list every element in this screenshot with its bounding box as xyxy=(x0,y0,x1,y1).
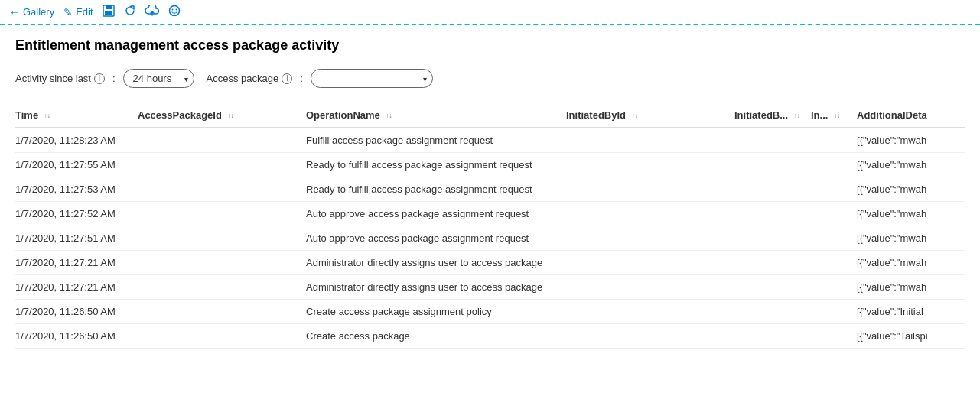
cloud-upload-button[interactable] xyxy=(145,5,159,19)
access-package-label: Access package i xyxy=(207,73,293,84)
cell-initiated_by_id xyxy=(566,275,734,300)
table-row[interactable]: 1/7/2020, 11:26:50 AMCreate access packa… xyxy=(15,324,965,349)
time-sort-icon: ↑↓ xyxy=(44,113,50,119)
cell-access_package_id xyxy=(138,202,306,226)
table-header-row: Time ↑↓ AccessPackageId ↑↓ OperationName… xyxy=(15,103,965,128)
col-header-initiated-b[interactable]: InitiatedB... ↑↓ xyxy=(734,103,811,128)
activity-since-select[interactable]: 24 hours 48 hours 7 days 30 days xyxy=(123,69,194,88)
col-header-additional-detail[interactable]: AdditionalDeta xyxy=(857,103,965,128)
emoji-button[interactable] xyxy=(168,5,181,19)
access-package-select-wrapper: ▾ xyxy=(311,69,433,88)
table-row[interactable]: 1/7/2020, 11:26:50 AMCreate access packa… xyxy=(15,300,965,324)
cell-initiated_by_id xyxy=(566,226,734,251)
cell-time: 1/7/2020, 11:26:50 AM xyxy=(15,300,138,324)
op-name-sort-icon: ↑↓ xyxy=(386,113,392,119)
cell-access_package_id xyxy=(138,226,306,251)
cell-in xyxy=(811,153,857,177)
cell-access_package_id xyxy=(138,324,306,349)
cell-access_package_id xyxy=(138,251,306,275)
cell-additional_detail: [{"value":"mwah xyxy=(857,226,965,251)
edit-button[interactable]: ✎ Edit xyxy=(63,6,93,18)
cell-additional_detail: [{"value":"mwah xyxy=(857,275,965,300)
col-header-initiated-by-id[interactable]: InitiatedById ↑↓ xyxy=(566,103,734,128)
cell-operation_name: Administrator directly assigns user to a… xyxy=(306,275,566,300)
cell-initiated_b xyxy=(734,251,811,275)
cell-in xyxy=(811,300,857,324)
page-title: Entitlement management access package ac… xyxy=(15,37,965,54)
cell-initiated_b xyxy=(734,128,811,153)
pkg-id-sort-icon: ↑↓ xyxy=(227,113,233,119)
svg-point-3 xyxy=(169,6,179,16)
toolbar: ← Gallery ✎ Edit xyxy=(0,0,980,25)
cell-additional_detail: [{"value":"mwah xyxy=(857,177,965,202)
cell-time: 1/7/2020, 11:27:52 AM xyxy=(15,202,138,226)
cell-time: 1/7/2020, 11:26:50 AM xyxy=(15,324,138,349)
access-package-select[interactable] xyxy=(311,69,433,88)
edit-label: Edit xyxy=(76,6,93,18)
access-package-filter: Access package i : ▾ xyxy=(207,69,433,88)
cell-access_package_id xyxy=(138,300,306,324)
cell-in xyxy=(811,324,857,349)
cell-in xyxy=(811,251,857,275)
col-header-in[interactable]: In... ↑↓ xyxy=(811,103,857,128)
cell-access_package_id xyxy=(138,177,306,202)
gallery-back-button[interactable]: ← Gallery xyxy=(9,6,54,18)
filters-row: Activity since last i : 24 hours 48 hour… xyxy=(15,69,965,88)
cell-initiated_by_id xyxy=(566,251,734,275)
cell-access_package_id xyxy=(138,275,306,300)
cell-operation_name: Fulfill access package assignment reques… xyxy=(306,128,566,153)
cell-additional_detail: [{"value":"mwah xyxy=(857,153,965,177)
col-header-time[interactable]: Time ↑↓ xyxy=(15,103,138,128)
refresh-button[interactable] xyxy=(124,5,136,19)
page-content: Entitlement management access package ac… xyxy=(0,25,980,361)
activity-since-label: Activity since last i xyxy=(15,73,105,84)
cell-initiated_by_id xyxy=(566,324,734,349)
activity-since-info-icon[interactable]: i xyxy=(94,73,105,84)
cell-additional_detail: [{"value":"Initial xyxy=(857,300,965,324)
cell-operation_name: Ready to fulfill access package assignme… xyxy=(306,153,566,177)
cell-operation_name: Administrator directly assigns user to a… xyxy=(306,251,566,275)
cloud-icon xyxy=(145,5,159,19)
table-row[interactable]: 1/7/2020, 11:27:21 AMAdministrator direc… xyxy=(15,251,965,275)
cell-in xyxy=(811,275,857,300)
cell-operation_name: Auto approve access package assignment r… xyxy=(306,202,566,226)
cell-additional_detail: [{"value":"mwah xyxy=(857,251,965,275)
cell-initiated_b xyxy=(734,275,811,300)
cell-additional_detail: [{"value":"mwah xyxy=(857,202,965,226)
save-button[interactable] xyxy=(103,5,115,19)
init-b-sort-icon: ↑↓ xyxy=(794,113,800,119)
activity-since-filter: Activity since last i : 24 hours 48 hour… xyxy=(15,69,194,88)
cell-time: 1/7/2020, 11:27:51 AM xyxy=(15,226,138,251)
access-package-info-icon[interactable]: i xyxy=(282,73,292,84)
table-row[interactable]: 1/7/2020, 11:27:53 AMReady to fulfill ac… xyxy=(15,177,965,202)
table-row[interactable]: 1/7/2020, 11:27:21 AMAdministrator direc… xyxy=(15,275,965,300)
cell-initiated_by_id xyxy=(566,128,734,153)
cell-in xyxy=(811,128,857,153)
gallery-label: Gallery xyxy=(23,6,54,18)
back-arrow-icon: ← xyxy=(9,6,20,18)
smiley-icon xyxy=(168,5,181,19)
cell-in xyxy=(811,177,857,202)
col-header-access-package-id[interactable]: AccessPackageId ↑↓ xyxy=(138,103,306,128)
cell-operation_name: Create access package assignment policy xyxy=(306,300,566,324)
table-row[interactable]: 1/7/2020, 11:27:51 AMAuto approve access… xyxy=(15,226,965,251)
col-header-operation-name[interactable]: OperationName ↑↓ xyxy=(306,103,566,128)
table-row[interactable]: 1/7/2020, 11:27:52 AMAuto approve access… xyxy=(15,202,965,226)
cell-operation_name: Create access package xyxy=(306,324,566,349)
cell-time: 1/7/2020, 11:27:55 AM xyxy=(15,153,138,177)
save-icon xyxy=(103,5,115,19)
cell-operation_name: Auto approve access package assignment r… xyxy=(306,226,566,251)
cell-initiated_b xyxy=(734,324,811,349)
activity-since-select-wrapper: 24 hours 48 hours 7 days 30 days ▾ xyxy=(123,69,194,88)
cell-initiated_by_id xyxy=(566,153,734,177)
table-row[interactable]: 1/7/2020, 11:27:55 AMReady to fulfill ac… xyxy=(15,153,965,177)
cell-operation_name: Ready to fulfill access package assignme… xyxy=(306,177,566,202)
cell-additional_detail: [{"value":"mwah xyxy=(857,128,965,153)
cell-initiated_b xyxy=(734,177,811,202)
table-row[interactable]: 1/7/2020, 11:28:23 AMFulfill access pack… xyxy=(15,128,965,153)
cell-time: 1/7/2020, 11:27:21 AM xyxy=(15,251,138,275)
cell-initiated_b xyxy=(734,202,811,226)
svg-point-4 xyxy=(171,9,173,11)
pencil-icon: ✎ xyxy=(63,6,73,18)
table-body: 1/7/2020, 11:28:23 AMFulfill access pack… xyxy=(15,128,965,349)
